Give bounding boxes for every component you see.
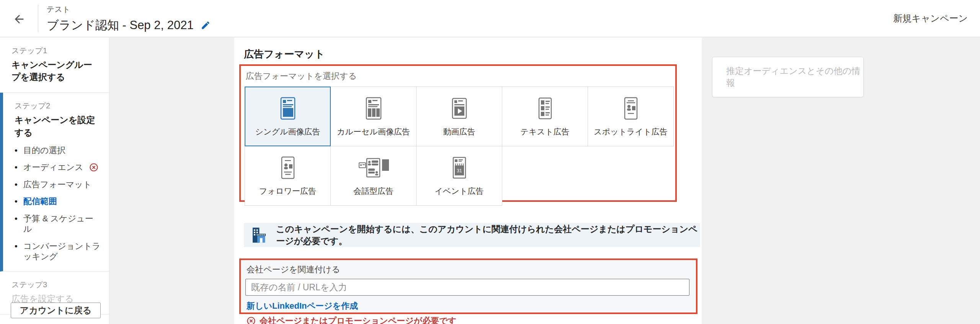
event-ad-icon: 31 <box>447 155 472 180</box>
single-image-ad-icon <box>276 96 300 121</box>
campaign-group-label: テスト <box>47 4 211 15</box>
bullet-dot: • <box>15 162 18 173</box>
ad-format-label: イベント広告 <box>435 186 484 196</box>
substep-conversion-tracking[interactable]: •コンバージョントラッキング <box>15 241 101 262</box>
ad-format-card-video[interactable]: 動画広告 <box>416 87 502 146</box>
ad-format-label: フォロワー広告 <box>259 186 316 196</box>
substep-ad-format[interactable]: •広告フォーマット <box>15 179 101 190</box>
notice-text: このキャンペーンを開始するには、このアカウントに関連付けられた会社ページまたはプ… <box>276 223 700 247</box>
company-building-icon <box>249 224 268 246</box>
step-title: キャンペーンを設定する <box>15 114 101 138</box>
carousel-image-ad-icon <box>361 96 386 121</box>
header-divider <box>38 5 38 32</box>
step-label: ステップ1 <box>11 46 101 56</box>
estimated-audience-panel: 推定オーディエンスとその他の情報 <box>712 57 864 97</box>
substep-objective[interactable]: •目的の選択 <box>15 145 101 156</box>
annotation-box-company-page: 会社ページを関連付ける 新しいLinkedInページを作成 会社ページまたはプロ… <box>239 259 697 314</box>
campaign-manager-page: テスト ブランド認知 - Sep 2, 2021 新規キャンペーン ステップ1 … <box>0 0 980 324</box>
ad-format-card-event[interactable]: 31 イベント広告 <box>416 146 502 206</box>
follower-ad-icon <box>276 155 300 180</box>
sidebar-step-1[interactable]: ステップ1 キャンペーングループを選択する <box>0 38 109 93</box>
audience-error-icon <box>89 163 98 172</box>
error-text: 会社ページまたはプロモーションページが必要です <box>260 315 456 324</box>
sidebar-step-2[interactable]: ステップ2 キャンペーンを設定する •目的の選択 •オーディエンス •広告フォー… <box>0 93 109 271</box>
arrow-left-icon <box>13 13 26 26</box>
steps-sidebar: ステップ1 キャンペーングループを選択する ステップ2 キャンペーンを設定する … <box>0 38 109 324</box>
ad-format-card-conversation[interactable]: 会話型広告 <box>330 146 416 206</box>
title-block: テスト ブランド認知 - Sep 2, 2021 <box>47 4 211 33</box>
step-2-substeps: •目的の選択 •オーディエンス •広告フォーマット •配信範囲 •予算 & スケ… <box>15 145 101 262</box>
section-heading: 広告フォーマット <box>244 47 325 61</box>
page-title: ブランド認知 - Sep 2, 2021 <box>47 17 194 33</box>
text-ad-icon <box>533 96 557 121</box>
ad-format-label: 動画広告 <box>443 126 475 137</box>
company-page-error: 会社ページまたはプロモーションページが必要です <box>247 315 691 324</box>
estimated-audience-label: 推定オーディエンスとその他の情報 <box>726 65 863 89</box>
main-panel: 広告フォーマット 広告フォーマットを選択する シングル画像広告 <box>234 38 702 324</box>
ad-format-card-spotlight[interactable]: スポットライト広告 <box>588 87 674 146</box>
ad-format-label: シングル画像広告 <box>255 126 320 137</box>
ad-format-card-follower[interactable]: フォロワー広告 <box>245 146 331 206</box>
conversation-ad-icon <box>354 155 393 180</box>
bullet-dot: • <box>15 196 18 207</box>
bullet-dot: • <box>15 213 18 224</box>
substep-budget-schedule[interactable]: •予算 & スケジュール <box>15 213 101 234</box>
back-button[interactable] <box>11 11 27 27</box>
step-title: キャンペーングループを選択する <box>11 59 101 83</box>
step-label: ステップ2 <box>15 101 101 111</box>
company-page-notice-banner: このキャンペーンを開始するには、このアカウントに関連付けられた会社ページまたはプ… <box>244 223 700 247</box>
ad-format-label: カルーセル画像広告 <box>337 126 410 137</box>
svg-text:31: 31 <box>457 168 462 173</box>
new-campaign-button[interactable]: 新規キャンペーン <box>893 12 968 25</box>
ad-format-label: スポットライト広告 <box>594 126 667 137</box>
bullet-dot: • <box>15 241 18 252</box>
step-label: ステップ4 <box>11 322 101 324</box>
company-page-label: 会社ページを関連付ける <box>247 264 691 275</box>
create-linkedin-page-link[interactable]: 新しいLinkedInページを作成 <box>247 300 358 312</box>
substep-placement[interactable]: •配信範囲 <box>15 196 101 207</box>
ad-format-select-label: 広告フォーマットを選択する <box>246 70 672 82</box>
ad-format-card-text[interactable]: テキスト広告 <box>502 87 588 146</box>
ad-format-label: 会話型広告 <box>353 186 394 196</box>
spotlight-ad-icon <box>619 96 643 121</box>
edit-pencil-icon[interactable] <box>201 20 211 30</box>
annotation-box-ad-format: 広告フォーマットを選択する シングル画像広告 <box>239 64 677 202</box>
video-ad-icon <box>447 96 472 121</box>
ad-format-card-carousel[interactable]: カルーセル画像広告 <box>330 87 416 146</box>
top-header: テスト ブランド認知 - Sep 2, 2021 新規キャンペーン <box>0 0 980 37</box>
ad-format-label: テキスト広告 <box>521 126 570 137</box>
bullet-dot: • <box>15 179 18 190</box>
bullet-dot: • <box>15 145 18 156</box>
substep-audience[interactable]: •オーディエンス <box>15 162 101 173</box>
company-page-input[interactable] <box>245 279 689 296</box>
ad-format-card-single-image[interactable]: シングル画像広告 <box>245 87 331 146</box>
back-to-account-button[interactable]: アカウントに戻る <box>11 303 101 318</box>
ad-format-grid: シングル画像広告 カルーセル画像広告 <box>245 87 675 206</box>
error-circle-x-icon <box>247 316 256 324</box>
step-label: ステップ3 <box>11 280 101 290</box>
